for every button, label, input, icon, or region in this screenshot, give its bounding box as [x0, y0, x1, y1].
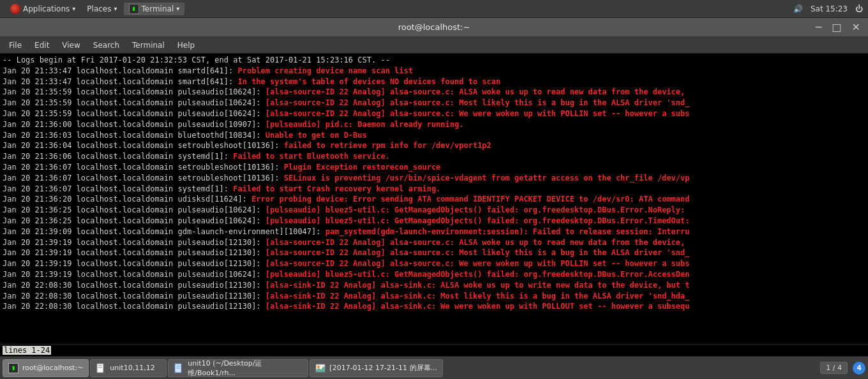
- log-line: Jan 20 21:35:59 localhost.localdomain pu…: [3, 87, 865, 98]
- close-button[interactable]: ✕: [849, 21, 863, 33]
- svg-rect-0: [97, 364, 103, 373]
- log-line: Jan 20 21:39:09 localhost.localdomain gd…: [3, 227, 865, 237]
- maximize-button[interactable]: □: [829, 21, 844, 33]
- log-line: Jan 20 21:39:19 localhost.localdomain pu…: [3, 258, 865, 269]
- apps-menu[interactable]: Applications ▾: [5, 3, 80, 15]
- window-controls: ─ □ ✕: [813, 21, 863, 33]
- log-line: Jan 20 21:39:19 localhost.localdomain pu…: [3, 269, 865, 280]
- taskbar-item-unit2[interactable]: unit10 (~/Desktop/运维/Book1/rh...: [168, 359, 308, 377]
- terminal-chevron-icon: ▾: [176, 5, 179, 12]
- status-text: lines 1-24: [3, 346, 51, 355]
- taskbar: ▮ root@localhost:~ unit10,11,12 unit10 (…: [0, 356, 868, 379]
- system-bar: Applications ▾ Places ▾ ▮ Terminal ▾ 🔊 S…: [0, 0, 868, 18]
- log-line: Jan 20 21:36:07 localhost.localdomain se…: [3, 173, 865, 184]
- log-line: Jan 20 21:35:59 localhost.localdomain pu…: [3, 108, 865, 119]
- terminal-content[interactable]: -- Logs begin at Fri 2017-01-20 21:32:53…: [0, 54, 868, 344]
- title-bar: root@localhost:~ ─ □ ✕: [0, 18, 868, 37]
- log-line: Jan 20 21:33:47 localhost.localdomain sm…: [3, 66, 865, 77]
- power-icon[interactable]: ⏻: [855, 4, 863, 13]
- log-line: Jan 20 21:36:07 localhost.localdomain se…: [3, 162, 865, 173]
- taskbar-terminal-label: root@localhost:~: [22, 364, 83, 372]
- log-line: Jan 20 21:36:04 localhost.localdomain se…: [3, 140, 865, 151]
- places-menu[interactable]: Places ▾: [82, 3, 122, 15]
- apps-label: Applications: [23, 4, 70, 13]
- system-bar-right: 🔊 Sat 15:23 ⏻: [793, 4, 863, 13]
- volume-icon[interactable]: 🔊: [793, 4, 803, 13]
- log-line: Jan 20 21:36:25 localhost.localdomain pu…: [3, 205, 865, 216]
- places-chevron-icon: ▾: [114, 5, 117, 12]
- status-line: lines 1-24: [0, 344, 868, 356]
- terminal-label: Terminal: [142, 4, 174, 13]
- menu-view[interactable]: View: [56, 40, 86, 51]
- log-line: -- Logs begin at Fri 2017-01-20 21:32:53…: [3, 55, 865, 66]
- taskbar-right: 1 / 4 4: [820, 362, 865, 375]
- log-line: Jan 20 21:39:19 localhost.localdomain pu…: [3, 237, 865, 248]
- log-line: Jan 20 21:36:20 localhost.localdomain ud…: [3, 194, 865, 205]
- terminal-window: root@localhost:~ ─ □ ✕ File Edit View Se…: [0, 18, 868, 356]
- svg-point-7: [317, 366, 320, 368]
- taskbar-item-terminal[interactable]: ▮ root@localhost:~: [3, 359, 89, 377]
- log-line: Jan 20 22:08:30 localhost.localdomain pu…: [3, 301, 865, 312]
- badge-count: 4: [853, 362, 865, 375]
- taskbar-file-icon: [96, 363, 106, 373]
- log-line: Jan 20 22:08:30 localhost.localdomain pu…: [3, 291, 865, 302]
- places-label: Places: [87, 4, 111, 13]
- terminal-icon: ▮: [129, 4, 139, 14]
- menu-search[interactable]: Search: [87, 40, 126, 51]
- menu-terminal[interactable]: Terminal: [126, 40, 171, 51]
- log-line: Jan 20 22:08:30 localhost.localdomain pu…: [3, 280, 865, 291]
- taskbar-image-icon: [315, 363, 326, 373]
- taskbar-terminal-icon: ▮: [8, 363, 19, 373]
- log-line: Jan 20 21:36:07 localhost.localdomain sy…: [3, 184, 865, 195]
- minimize-button[interactable]: ─: [813, 21, 825, 33]
- taskbar-unit1-label: unit10,11,12: [110, 364, 154, 372]
- system-bar-left: Applications ▾ Places ▾ ▮ Terminal ▾: [5, 3, 184, 15]
- window-title: root@localhost:~: [398, 22, 470, 32]
- log-line: Jan 20 21:39:19 localhost.localdomain pu…: [3, 248, 865, 258]
- terminal-menu[interactable]: ▮ Terminal ▾: [124, 3, 185, 15]
- log-line: Jan 20 21:36:03 localhost.localdomain bl…: [3, 130, 865, 141]
- menu-bar: File Edit View Search Terminal Help: [0, 37, 868, 54]
- log-line: Jan 20 21:33:47 localhost.localdomain sm…: [3, 77, 865, 87]
- datetime: Sat 15:23: [811, 4, 848, 13]
- log-line: Jan 20 21:36:00 localhost.localdomain pu…: [3, 119, 865, 130]
- taskbar-unit2-label: unit10 (~/Desktop/运维/Book1/rh...: [188, 359, 303, 378]
- taskbar-doc-icon: [174, 363, 184, 373]
- menu-file[interactable]: File: [3, 40, 28, 51]
- menu-help[interactable]: Help: [171, 40, 201, 51]
- apps-logo-icon: [10, 4, 20, 14]
- log-line: Jan 20 21:36:25 localhost.localdomain pu…: [3, 216, 865, 227]
- page-indicator: 1 / 4: [820, 362, 848, 374]
- taskbar-item-screenshot[interactable]: [2017-01-12 17-21-11 的屏幕...: [310, 359, 443, 377]
- taskbar-item-unit1[interactable]: unit10,11,12: [90, 359, 167, 377]
- apps-chevron-icon: ▾: [72, 5, 75, 12]
- taskbar-screenshot-label: [2017-01-12 17-21-11 的屏幕...: [329, 363, 437, 373]
- log-line: Jan 20 21:35:59 localhost.localdomain pu…: [3, 98, 865, 108]
- log-line: Jan 20 21:36:06 localhost.localdomain sy…: [3, 151, 865, 162]
- menu-edit[interactable]: Edit: [28, 40, 56, 51]
